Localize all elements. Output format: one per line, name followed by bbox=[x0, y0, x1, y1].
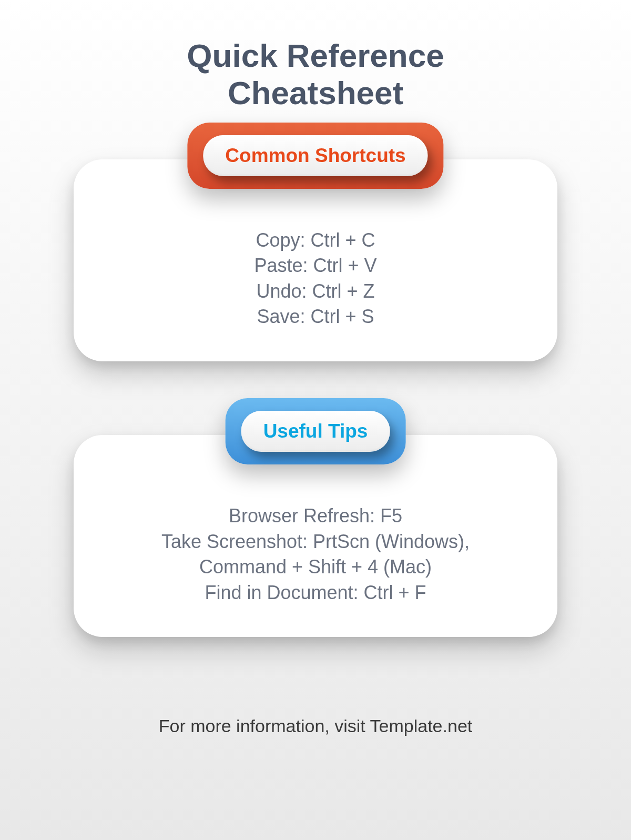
title-line-1: Quick Reference bbox=[187, 37, 444, 74]
tips-card: Useful Tips Browser Refresh: F5 Take Scr… bbox=[74, 435, 557, 637]
tips-tab-outer: Useful Tips bbox=[226, 398, 406, 464]
shortcut-line: Paste: Ctrl + V bbox=[95, 253, 536, 279]
shortcut-line: Copy: Ctrl + C bbox=[95, 228, 536, 254]
tips-tab: Useful Tips bbox=[226, 398, 406, 464]
tip-line: Command + Shift + 4 (Mac) bbox=[95, 554, 536, 580]
page-title: Quick Reference Cheatsheet bbox=[187, 37, 444, 112]
tip-line: Take Screenshot: PrtScn (Windows), bbox=[95, 529, 536, 555]
tips-content: Browser Refresh: F5 Take Screenshot: Prt… bbox=[95, 503, 536, 605]
shortcut-line: Save: Ctrl + S bbox=[95, 304, 536, 330]
tips-heading: Useful Tips bbox=[241, 411, 390, 452]
shortcuts-card: Common Shortcuts Copy: Ctrl + C Paste: C… bbox=[74, 159, 557, 361]
shortcut-line: Undo: Ctrl + Z bbox=[95, 279, 536, 305]
shortcuts-tab-outer: Common Shortcuts bbox=[187, 123, 443, 189]
title-line-2: Cheatsheet bbox=[228, 75, 403, 111]
tip-line: Find in Document: Ctrl + F bbox=[95, 580, 536, 606]
shortcuts-tab: Common Shortcuts bbox=[187, 123, 443, 189]
tip-line: Browser Refresh: F5 bbox=[95, 503, 536, 529]
footer-text: For more information, visit Template.net bbox=[159, 716, 473, 736]
shortcuts-content: Copy: Ctrl + C Paste: Ctrl + V Undo: Ctr… bbox=[95, 228, 536, 330]
shortcuts-heading: Common Shortcuts bbox=[203, 135, 428, 176]
